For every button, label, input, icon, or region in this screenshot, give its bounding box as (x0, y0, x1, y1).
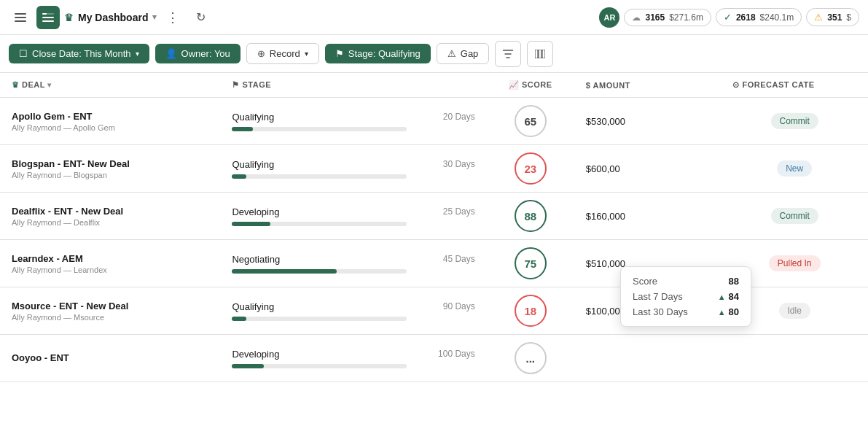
table-row[interactable]: Apollo Gem - ENT Ally Raymond — Apollo G… (0, 98, 868, 145)
svg-rect-8 (539, 50, 541, 58)
forecast-cell: Commit (721, 98, 868, 145)
svg-rect-6 (42, 20, 54, 22)
deal-name: Ooyoo - ENT (12, 352, 208, 363)
table-header-row: ♛ DEAL ▾ ⚑ STAGE 📈 SCORE $ AMOUNT ⊙ FORE… (0, 73, 868, 98)
check-icon: ✓ (724, 12, 732, 23)
svg-rect-0 (15, 13, 26, 15)
stage-name: Qualifying (232, 159, 274, 170)
deals-table-wrap: ♛ DEAL ▾ ⚑ STAGE 📈 SCORE $ AMOUNT ⊙ FORE… (0, 73, 868, 426)
score-circle: ... (515, 342, 547, 374)
topnav: ♛ My Dashboard ▾ ⋮ ↻ AR ☁ 3165 $271.6m ✓… (0, 0, 868, 35)
th-score: 📈 SCORE (487, 73, 574, 98)
progress-bar (232, 127, 407, 131)
stage-name: Negotiating (232, 254, 280, 265)
forecast-badge: Idle (779, 303, 810, 319)
close-date-filter[interactable]: ☐ Close Date: This Month ▾ (9, 44, 149, 63)
score-cell: 23 (487, 145, 574, 193)
svg-rect-4 (42, 13, 54, 15)
progress-bar (232, 317, 407, 321)
cloud-icon: ☁ (632, 12, 641, 23)
refresh-button[interactable]: ↻ (189, 6, 212, 29)
forecast-badge: Commit (771, 113, 818, 129)
deals-table: ♛ DEAL ▾ ⚑ STAGE 📈 SCORE $ AMOUNT ⊙ FORE… (0, 73, 868, 382)
dashboard-title[interactable]: ♛ My Dashboard ▾ (64, 12, 157, 23)
deal-cell: Ooyoo - ENT (0, 335, 220, 382)
pipeline-badge-3[interactable]: ⚠ 351 $ (806, 8, 859, 26)
amount-cell: $160,000 (574, 193, 722, 240)
stage-cell: Qualifying 20 Days (220, 98, 486, 145)
stage-cell: Developing 25 Days (220, 193, 486, 240)
amount-value: $600,00 (586, 163, 620, 174)
forecast-badge: Pulled In (769, 255, 821, 271)
avatar: AR (599, 7, 619, 28)
amount-cell: $600,00 (574, 145, 722, 193)
forecast-cell: New (721, 145, 868, 193)
pipeline-badge-1[interactable]: ☁ 3165 $271.6m (624, 9, 711, 26)
amount-value: $160,000 (586, 211, 625, 222)
th-amount: $ AMOUNT (574, 73, 722, 98)
th-deal[interactable]: ♛ DEAL ▾ (0, 73, 220, 98)
score-circle: 75 (515, 247, 547, 279)
deal-name: Msource - ENT - New Deal (12, 301, 208, 311)
alert-triangle-icon: ⚠ (447, 48, 456, 59)
flag-icon: ⚑ (335, 48, 344, 59)
deal-cell: Blogspan - ENT- New Deal Ally Raymond — … (0, 145, 220, 193)
amount-cell (574, 335, 722, 382)
progress-bar (232, 364, 407, 368)
score-cell: 18 (487, 287, 574, 335)
table-row[interactable]: Dealflix - ENT - New Deal Ally Raymond —… (0, 193, 868, 240)
filter-button[interactable] (495, 41, 521, 67)
stage-name: Qualifying (232, 301, 274, 312)
score-circle: 88 (515, 200, 547, 232)
deal-sub: Ally Raymond — Learndex (12, 266, 208, 274)
table-row[interactable]: Ooyoo - ENT Developing 100 Days ... (0, 335, 868, 382)
columns-button[interactable] (527, 41, 553, 67)
deal-sub: Ally Raymond — Msource (12, 313, 208, 322)
score-cell: ... (487, 335, 574, 382)
forecast-cell (721, 335, 868, 382)
score-cell: 65 (487, 98, 574, 145)
deal-sub: Ally Raymond — Apollo Gem (12, 123, 208, 132)
progress-bar (232, 222, 407, 226)
pipeline3-value: $ (846, 12, 851, 23)
th-forecast: ⊙ FORECAST CATE (721, 73, 868, 98)
stage-days: 20 Days (443, 112, 475, 123)
stage-name: Developing (232, 349, 279, 360)
svg-rect-2 (15, 20, 26, 22)
score-circle: 65 (515, 105, 547, 137)
tooltip-last30-label: Last 30 Days (633, 306, 688, 317)
stage-cell: Qualifying 30 Days (220, 145, 486, 193)
stage-cell: Developing 100 Days (220, 335, 486, 382)
warning-icon: ⚠ (814, 12, 823, 23)
gap-filter[interactable]: ⚠ Gap (437, 43, 490, 64)
more-options-button[interactable]: ⋮ (161, 6, 184, 29)
svg-rect-9 (542, 50, 545, 58)
owner-filter[interactable]: 👤 Owner: You (155, 44, 241, 63)
pipeline-badge-2[interactable]: ✓ 2618 $240.1m (716, 8, 802, 26)
pipeline3-count: 351 (827, 12, 842, 23)
filterbar: ☐ Close Date: This Month ▾ 👤 Owner: You … (0, 35, 868, 73)
stage-cell: Qualifying 90 Days (220, 287, 486, 335)
stage-days: 90 Days (443, 301, 475, 312)
deal-sub: Ally Raymond — Blogspan (12, 171, 208, 179)
stage-days: 25 Days (443, 206, 475, 217)
deal-name: Apollo Gem - ENT (12, 111, 208, 122)
pipeline2-value: $240.1m (760, 12, 794, 23)
stage-cell: Negotiating 45 Days (220, 240, 486, 287)
stage-days: 30 Days (443, 159, 475, 170)
topnav-left: ♛ My Dashboard ▾ ⋮ ↻ (9, 6, 593, 29)
sidebar-toggle-button[interactable] (9, 6, 32, 29)
pipeline1-value: $271.6m (669, 12, 703, 23)
chevron-down-icon: ▾ (305, 50, 308, 58)
deal-cell: Learndex - AEM Ally Raymond — Learndex (0, 240, 220, 287)
table-row[interactable]: Blogspan - ENT- New Deal Ally Raymond — … (0, 145, 868, 193)
stage-filter[interactable]: ⚑ Stage: Qualifying (325, 44, 431, 63)
svg-rect-7 (535, 50, 538, 58)
forecast-cell: Commit (721, 193, 868, 240)
topnav-right: AR ☁ 3165 $271.6m ✓ 2618 $240.1m ⚠ 351 $ (599, 7, 859, 28)
list-view-button[interactable] (36, 6, 60, 29)
record-filter[interactable]: ⊕ Record ▾ (246, 43, 319, 64)
deal-name: Blogspan - ENT- New Deal (12, 158, 208, 169)
svg-rect-5 (42, 17, 54, 18)
record-icon: ⊕ (257, 48, 265, 59)
